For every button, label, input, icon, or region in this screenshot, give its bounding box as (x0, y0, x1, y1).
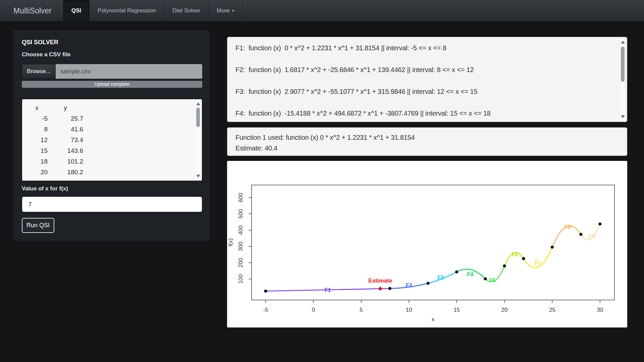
x-cell: 20 (26, 167, 48, 178)
y-cell: 25.7 (48, 113, 83, 124)
x-tick-label: 5 (360, 307, 363, 313)
scroll-down-icon[interactable] (621, 115, 625, 118)
csv-preview-box[interactable]: xy-525.7841.61273.415143.618101.220180.2… (22, 99, 202, 181)
chevron-down-icon: ▾ (232, 8, 234, 13)
function-used-line: Function 1 used: function (x) 0 * x^2 + … (235, 132, 627, 143)
x-cell: 18 (26, 156, 48, 167)
x-tick-label: 15 (453, 307, 460, 313)
y-cell: 180.2 (48, 167, 83, 178)
x-cell: -5 (26, 113, 48, 124)
x-tick-label: 30 (597, 307, 603, 313)
upload-progress-bar: Upload complete (22, 81, 202, 88)
scroll-up-icon[interactable] (196, 102, 200, 105)
segment-label-F6: F6 (512, 252, 518, 257)
data-point (503, 264, 506, 267)
qsi-plot-panel: -5051015202530100200300400500600xf(x)F1F… (227, 161, 627, 327)
segment-label-F7: F7 (535, 260, 541, 266)
data-point (427, 282, 430, 285)
x-tick-label: 0 (312, 307, 315, 313)
panel-title: QSI SOLVER (22, 39, 58, 46)
run-qsi-button[interactable]: Run QSI (22, 218, 54, 233)
y-tick-label: 100 (237, 274, 244, 284)
file-input-label: Choose a CSV file (22, 51, 70, 58)
file-name-field[interactable]: sample.csv (56, 64, 202, 79)
plot-axes-box (252, 185, 614, 300)
scroll-down-icon[interactable] (196, 175, 200, 178)
y-tick-label: 200 (237, 258, 244, 267)
x-value-label: Value of x for f(x) (22, 185, 68, 192)
table-row: 22225.1 (26, 178, 83, 181)
x-tick-label: -5 (263, 307, 268, 313)
table-header-x: x (26, 103, 48, 113)
nav-tabs: QSIPolynomial RegressionDiet SolverMore▾ (63, 0, 243, 21)
file-input-group: Browse... sample.csv (22, 64, 202, 79)
x-cell: 15 (26, 145, 48, 156)
table-row: 18101.2 (26, 156, 83, 167)
y-tick-label: 400 (237, 225, 244, 235)
segment-label-F3: F3 (437, 275, 444, 281)
app-brand[interactable]: MultiSolver (0, 0, 63, 21)
y-cell: 143.6 (48, 145, 83, 156)
function-line: F4: function (x) -15.4188 * x^2 + 494.68… (235, 109, 613, 117)
segment-label-F1: F1 (325, 287, 331, 293)
tab-qsi[interactable]: QSI (63, 0, 90, 21)
scroll-up-icon[interactable] (621, 41, 625, 44)
table-row: 20180.2 (26, 167, 83, 178)
y-cell: 73.4 (48, 135, 83, 145)
qsi-plot: -5051015202530100200300400500600xf(x)F1F… (227, 161, 627, 327)
x-value-input[interactable] (22, 196, 202, 212)
data-point (264, 290, 267, 293)
segment-label-F4: F4 (467, 272, 473, 277)
table-scrollbar[interactable] (195, 100, 201, 180)
segment-label-F9: F9 (589, 234, 595, 239)
browse-button[interactable]: Browse... (22, 64, 56, 79)
output-scrollbar-thumb[interactable] (621, 47, 625, 82)
table-scrollbar-thumb[interactable] (196, 108, 200, 127)
upload-progress-label: Upload complete (94, 81, 129, 87)
function-line: F1: function (x) 0 * x^2 + 1.2231 * x^1 … (235, 44, 613, 52)
x-cell: 8 (26, 124, 48, 135)
segment-label-F8: F8 (565, 224, 571, 230)
data-point (455, 270, 458, 274)
table-row: 841.6 (26, 124, 83, 135)
estimate-result-box: Function 1 used: function (x) 0 * x^2 + … (227, 127, 627, 156)
x-axis-title: x (432, 316, 435, 322)
x-tick-label: 20 (501, 307, 508, 313)
y-cell: 41.6 (48, 124, 83, 135)
y-tick-label: 600 (237, 193, 244, 202)
x-tick-label: 10 (406, 307, 412, 313)
tab-polynomial-regression[interactable]: Polynomial Regression (90, 0, 164, 21)
functions-output-box[interactable]: F1: function (x) 0 * x^2 + 1.2231 * x^1 … (227, 37, 627, 122)
x-tick-label: 25 (549, 307, 555, 313)
function-lines: F1: function (x) 0 * x^2 + 1.2231 * x^1 … (227, 37, 627, 117)
output-scrollbar[interactable] (620, 39, 626, 120)
tab-diet-solver[interactable]: Diet Solver (164, 0, 209, 21)
y-tick-label: 500 (237, 209, 244, 219)
csv-preview-table: xy-525.7841.61273.415143.618101.220180.2… (26, 103, 83, 181)
data-point (598, 223, 601, 226)
table-row: 1273.4 (26, 135, 83, 145)
table-row: -525.7 (26, 113, 83, 124)
data-point (388, 287, 391, 290)
tab-more[interactable]: More▾ (209, 0, 243, 21)
function-line: F3: function (x) 2.9077 * x^2 + -55.1077… (235, 87, 613, 96)
estimate-label: Estimate (368, 278, 392, 284)
x-cell: 22 (26, 178, 48, 181)
function-line: F2: function (x) 1.6817 * x^2 + -25.6846… (235, 66, 613, 74)
qsi-sidebar-panel: QSI SOLVER Choose a CSV file Browse... s… (12, 30, 210, 241)
data-point (484, 277, 487, 280)
data-point (579, 233, 582, 236)
segment-label-F2: F2 (406, 283, 412, 288)
table-header-y: y (48, 103, 83, 113)
segment-label-F5: F5 (489, 278, 496, 283)
table-row: 15143.6 (26, 145, 83, 156)
y-axis-title: f(x) (227, 238, 234, 247)
y-cell: 225.1 (48, 178, 83, 181)
estimate-point (379, 287, 382, 290)
estimate-line: Estimate: 40.4 (235, 143, 627, 154)
x-cell: 12 (26, 135, 48, 145)
data-point (522, 257, 525, 260)
data-point (551, 246, 554, 249)
y-cell: 101.2 (48, 156, 83, 167)
navbar: MultiSolver QSIPolynomial RegressionDiet… (0, 0, 644, 21)
